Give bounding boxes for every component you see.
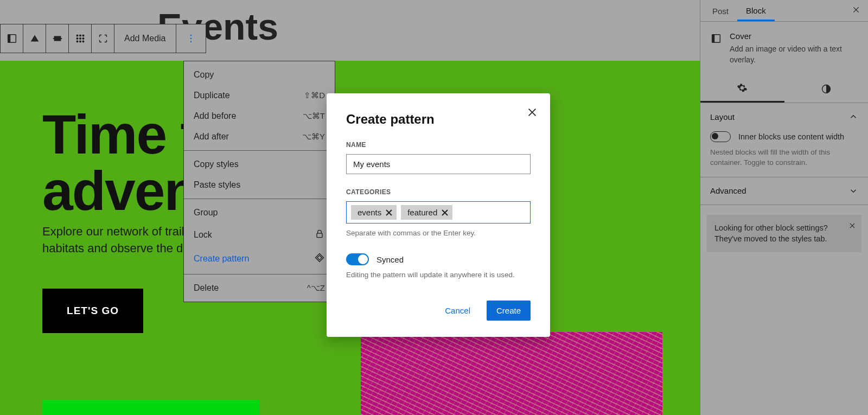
cover-image[interactable] (361, 332, 662, 415)
synced-label: Synced (376, 255, 404, 264)
layout-panel-toggle[interactable]: Layout (710, 112, 858, 122)
modal-close-button[interactable] (526, 106, 538, 120)
menu-copy-styles[interactable]: Copy styles (184, 154, 335, 175)
svg-point-6 (76, 35, 78, 36)
accent-strip (42, 400, 259, 415)
category-tag: featured (401, 205, 452, 220)
tab-post[interactable]: Post (704, 1, 737, 20)
menu-group[interactable]: Group (184, 202, 335, 223)
block-toolbar: Add Media (0, 24, 206, 53)
layout-panel: Layout Inner blocks use content width Ne… (700, 103, 868, 177)
menu-duplicate[interactable]: Duplicate⇧⌘D (184, 85, 335, 106)
create-pattern-modal: Create pattern NAME CATEGORIES events fe… (327, 93, 550, 337)
svg-rect-2 (34, 40, 35, 41)
name-label: NAME (346, 141, 531, 149)
content-width-toggle[interactable] (710, 131, 731, 142)
styles-moved-notice: Looking for other block settings? They'v… (707, 215, 861, 252)
sidebar-close-button[interactable] (847, 1, 865, 21)
gear-icon (737, 82, 748, 93)
menu-create-pattern[interactable]: Create pattern (184, 247, 335, 271)
diamond-icon (314, 252, 325, 265)
svg-point-13 (79, 41, 81, 42)
menu-add-after[interactable]: Add after⌥⌘Y (184, 126, 335, 147)
notice-dismiss-button[interactable] (848, 221, 856, 232)
align-button[interactable] (46, 24, 69, 53)
menu-add-before[interactable]: Add before⌥⌘T (184, 106, 335, 126)
synced-help: Editing the pattern will update it anywh… (346, 271, 531, 279)
svg-point-14 (82, 41, 84, 42)
cover-block-icon (710, 33, 722, 44)
svg-point-17 (190, 41, 192, 43)
svg-point-16 (190, 38, 192, 40)
block-desc: Add an image or video with a text overla… (730, 44, 858, 65)
categories-help: Separate with commas or the Enter key. (346, 229, 531, 237)
menu-delete[interactable]: Delete^⌥Z (184, 278, 335, 298)
lock-icon (314, 228, 325, 241)
category-tag: events (351, 205, 397, 220)
block-options-menu: Copy Duplicate⇧⌘D Add before⌥⌘T Add afte… (183, 61, 335, 302)
block-name: Cover (730, 31, 858, 41)
create-button[interactable]: Create (487, 301, 531, 321)
subtab-settings[interactable] (700, 75, 784, 103)
svg-point-10 (79, 38, 81, 40)
svg-point-9 (76, 38, 78, 40)
svg-point-12 (76, 41, 78, 42)
svg-rect-20 (712, 35, 715, 43)
pattern-name-input[interactable] (346, 154, 531, 174)
svg-point-8 (82, 35, 84, 36)
layout-help: Nested blocks will fill the width of thi… (710, 148, 858, 168)
synced-toggle[interactable] (346, 253, 369, 265)
position-button[interactable] (69, 24, 92, 53)
add-media-button[interactable]: Add Media (114, 24, 176, 53)
tag-remove-button[interactable] (442, 209, 448, 216)
menu-copy[interactable]: Copy (184, 65, 335, 85)
chevron-up-icon (848, 112, 858, 122)
more-options-button[interactable] (176, 24, 206, 53)
svg-rect-3 (34, 37, 35, 39)
modal-title: Create pattern (346, 112, 531, 127)
svg-point-11 (82, 38, 84, 40)
menu-lock[interactable]: Lock (184, 223, 335, 247)
content-width-label: Inner blocks use content width (738, 132, 844, 141)
tag-remove-button[interactable] (386, 209, 392, 216)
svg-point-7 (79, 35, 81, 36)
svg-rect-1 (8, 35, 10, 43)
categories-label: CATEGORIES (346, 188, 531, 196)
settings-sidebar: Post Block Cover Add an image or video w… (700, 0, 868, 415)
menu-paste-styles[interactable]: Paste styles (184, 175, 335, 195)
cancel-button[interactable]: Cancel (439, 302, 476, 320)
styles-icon (821, 84, 832, 94)
svg-point-15 (190, 35, 192, 36)
block-type-button[interactable] (1, 24, 23, 53)
advanced-panel-toggle[interactable]: Advanced (710, 186, 858, 196)
block-info: Cover Add an image or video with a text … (700, 22, 868, 69)
hero-cta-button[interactable]: LET'S GO (42, 289, 143, 333)
tab-block[interactable]: Block (737, 1, 775, 21)
subtab-styles[interactable] (784, 75, 869, 103)
svg-rect-18 (317, 233, 322, 238)
drag-handle-icon[interactable] (23, 24, 46, 53)
sidebar-tabs: Post Block (700, 0, 868, 22)
advanced-panel: Advanced (700, 177, 868, 205)
chevron-down-icon (848, 186, 858, 196)
fullheight-button[interactable] (92, 24, 114, 53)
inspector-subtabs (700, 75, 868, 103)
categories-input[interactable]: events featured (346, 201, 531, 224)
